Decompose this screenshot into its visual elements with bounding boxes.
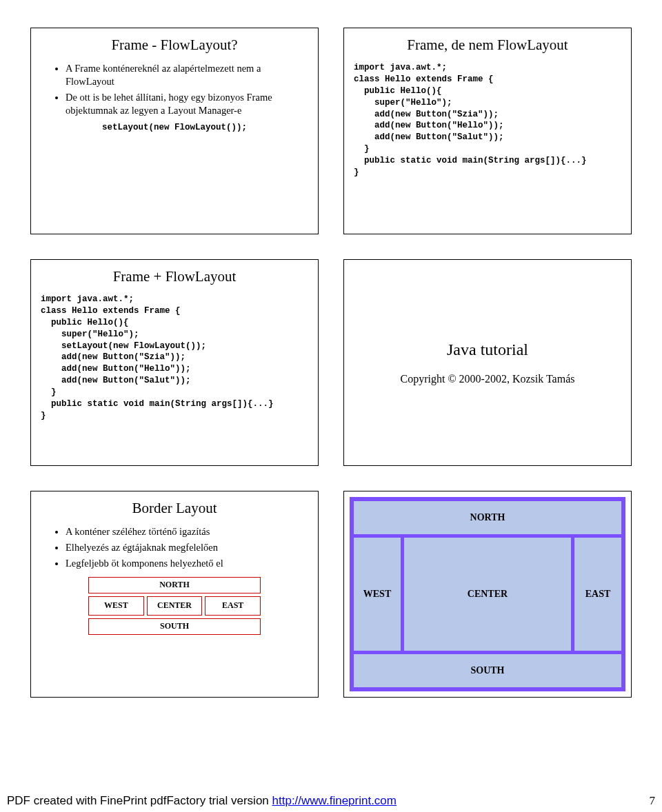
bullet-item: A Frame konténereknél az alapértelmezett… xyxy=(66,62,308,88)
west-cell: WEST xyxy=(353,537,401,651)
slide-frame-not-flowlayout: Frame, de nem FlowLayout import java.awt… xyxy=(343,28,632,234)
code-snippet: setLayout(new FlowLayout()); xyxy=(41,122,308,134)
south-cell: SOUTH xyxy=(353,653,622,688)
slide-title: Frame + FlowLayout xyxy=(41,268,308,285)
slide-title: Frame, de nem FlowLayout xyxy=(354,37,621,54)
west-cell: WEST xyxy=(88,596,144,616)
bullet-item: Legfeljebb öt komponens helyezhető el xyxy=(66,557,308,570)
tutorial-copyright: Copyright © 2000-2002, Kozsik Tamás xyxy=(401,373,575,385)
bullet-item: Elhelyezés az égtájaknak megfelelően xyxy=(66,541,308,554)
tutorial-title: Java tutorial xyxy=(447,341,528,359)
page-footer: PDF created with FinePrint pdfFactory tr… xyxy=(0,794,662,808)
tutorial-content: Java tutorial Copyright © 2000-2002, Koz… xyxy=(354,268,621,457)
east-cell: EAST xyxy=(205,596,261,616)
border-layout-diagram-purple: NORTH WEST CENTER EAST SOUTH xyxy=(350,497,625,691)
slide-border-layout-demo: NORTH WEST CENTER EAST SOUTH xyxy=(343,491,632,698)
middle-row: WEST CENTER EAST xyxy=(353,537,622,651)
east-cell: EAST xyxy=(574,537,622,651)
code-block: import java.awt.*; class Hello extends F… xyxy=(41,294,308,422)
slide-title: Border Layout xyxy=(41,500,308,517)
north-cell: NORTH xyxy=(353,500,622,535)
code-block: import java.awt.*; class Hello extends F… xyxy=(354,62,621,179)
slide-border-layout: Border Layout A konténer széléhez történ… xyxy=(30,491,319,698)
slide-grid: Frame - FlowLayout? A Frame konténerekné… xyxy=(0,0,662,711)
slide-frame-flowlayout-question: Frame - FlowLayout? A Frame konténerekné… xyxy=(30,28,319,234)
center-cell: CENTER xyxy=(147,596,203,616)
slide-tutorial: Java tutorial Copyright © 2000-2002, Koz… xyxy=(343,259,632,466)
bullet-list: A konténer széléhez történő igazítás Elh… xyxy=(41,525,308,570)
page-number: 7 xyxy=(650,794,656,808)
south-cell: SOUTH xyxy=(88,618,261,635)
bullet-list: A Frame konténereknél az alapértelmezett… xyxy=(41,62,308,116)
border-layout-diagram-red: NORTH WEST CENTER EAST SOUTH xyxy=(88,577,261,635)
footer-prefix: PDF created with FinePrint pdfFactory tr… xyxy=(7,794,272,807)
slide-title: Frame - FlowLayout? xyxy=(41,37,308,54)
middle-row: WEST CENTER EAST xyxy=(88,596,261,616)
bullet-item: De ott is be lehet állítani, hogy egy bi… xyxy=(66,91,308,117)
center-cell: CENTER xyxy=(403,537,572,651)
footer-text: PDF created with FinePrint pdfFactory tr… xyxy=(7,794,397,808)
slide-frame-plus-flowlayout: Frame + FlowLayout import java.awt.*; cl… xyxy=(30,259,319,466)
north-cell: NORTH xyxy=(88,577,261,593)
footer-link[interactable]: http://www.fineprint.com xyxy=(272,794,397,807)
bullet-item: A konténer széléhez történő igazítás xyxy=(66,525,308,538)
